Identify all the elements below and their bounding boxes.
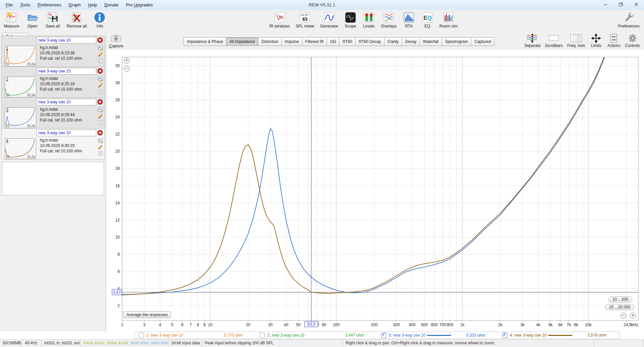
menu-preferences[interactable]: Preferences: [34, 0, 65, 10]
measurement-2-delete-button[interactable]: [97, 68, 103, 74]
measurement-4-actions: [98, 138, 103, 156]
svg-text:8k: 8k: [574, 323, 579, 327]
graph-tool-scrollbars-button[interactable]: Scrollbars: [545, 33, 563, 48]
notes-icon[interactable]: [98, 120, 103, 125]
main-toolbar: MeasureOpenSave allRemove allInfo IR win…: [0, 10, 644, 32]
legend-checkbox-1[interactable]: [139, 333, 144, 338]
axis-zoom-in-button[interactable]: +: [630, 313, 636, 318]
tool-info-button[interactable]: Info: [92, 11, 108, 29]
impedance-plot[interactable]: 2468101214161820222426283023456789102030…: [106, 50, 644, 331]
plot-zoom-in-button[interactable]: +: [124, 58, 129, 63]
legend-checkbox-2[interactable]: [260, 333, 265, 338]
edit-graph-icon[interactable]: [98, 76, 103, 82]
tab-rt60[interactable]: RT60: [339, 37, 356, 46]
menu-help[interactable]: Help: [85, 0, 101, 10]
tool-generator-button[interactable]: Generator: [319, 11, 340, 29]
tab-spectrogram[interactable]: Spectrogram: [442, 37, 472, 46]
measurement-1-thumbnail[interactable]: 12020,0k: [5, 46, 36, 66]
trace-options-icon[interactable]: [98, 144, 103, 150]
tool-remove-all-button[interactable]: Remove all: [65, 11, 88, 29]
menu-donate[interactable]: Donate: [101, 0, 122, 10]
measurement-1-name-input[interactable]: [37, 37, 96, 44]
measurement-3-name-input[interactable]: [37, 99, 96, 105]
edit-graph-icon[interactable]: [98, 45, 103, 51]
measurement-4-delete-button[interactable]: [97, 130, 103, 136]
tab-captured[interactable]: Captured: [471, 37, 494, 46]
measurement-2-thumbnail[interactable]: 22020,0k: [5, 77, 36, 97]
capture-button[interactable]: Capture: [109, 34, 123, 48]
tab-distortion[interactable]: Distortion: [258, 37, 282, 46]
tab-decay[interactable]: Decay: [402, 37, 420, 46]
menu-pro-upgrades[interactable]: Pro Upgrades: [122, 0, 156, 10]
tool-overlays-button[interactable]: Overlays: [379, 11, 398, 29]
full-range-preset-button[interactable]: 20 .. 20 000: [605, 304, 634, 310]
tab-all-impedance[interactable]: All Impedance: [226, 37, 258, 46]
measurement-3-delete-button[interactable]: [97, 99, 103, 105]
legend-item-2[interactable]: 2: new 3-way сен 103,447 ohm: [256, 332, 377, 339]
graph-tool-freq-axis-button[interactable]: Freq. Axis: [567, 33, 585, 48]
graph-tool-controls-button[interactable]: Controls: [625, 33, 640, 48]
edit-graph-icon[interactable]: [98, 138, 103, 143]
tool-eq-button[interactable]: EQEQ: [419, 11, 435, 29]
notes-icon[interactable]: [98, 151, 103, 156]
tool-scope-button[interactable]: Scope: [342, 11, 359, 29]
tool-measure-button[interactable]: Measure: [2, 11, 21, 29]
measurement-2-name-input[interactable]: [37, 68, 96, 75]
legend-item-1[interactable]: 1: new 3-way сен 105,775 ohm: [135, 332, 256, 339]
notes-icon[interactable]: [98, 58, 103, 63]
measurement-3[interactable]: 32020,0khg,h.mdat10.09.2025 8:29:44Full …: [1, 97, 105, 129]
graph-tool-separate-button[interactable]: Separate: [524, 33, 541, 48]
measurement-1-delete-button[interactable]: [97, 37, 103, 43]
svg-text:7: 7: [190, 323, 192, 327]
legend-checkbox-4[interactable]: [502, 333, 507, 338]
tool-levels-button[interactable]: 0369Levels: [361, 11, 377, 29]
measurement-4-thumbnail[interactable]: 42020,0k: [5, 138, 36, 159]
tab-impedance-phase[interactable]: Impedance & Phase: [183, 37, 226, 46]
legend-item-3[interactable]: 3: new 3-way сен 105,333 ohm: [377, 332, 498, 339]
trace-options-icon[interactable]: [98, 83, 103, 88]
plot-zoom-out-button[interactable]: −: [124, 66, 129, 71]
trace-options-icon[interactable]: [98, 113, 103, 119]
minimize-icon: [603, 2, 608, 8]
tab-gd[interactable]: GD: [327, 37, 339, 46]
tool-open-button[interactable]: Open: [24, 11, 41, 29]
graph-tool-actions-button[interactable]: Actions: [607, 33, 621, 48]
average-responses-button[interactable]: Average the responses: [123, 311, 171, 318]
tab-rt60-decay[interactable]: RT60 Decay: [355, 37, 384, 46]
notes-icon[interactable]: [98, 89, 103, 94]
window-maximize-button[interactable]: [613, 0, 629, 10]
spl-meter-icon: dB SPL83: [299, 11, 311, 24]
window-minimize-button[interactable]: [598, 0, 613, 10]
tab-waterfall[interactable]: Waterfall: [420, 37, 442, 46]
legend-checkbox-3[interactable]: [381, 333, 386, 338]
tool-ir-windows-button[interactable]: IR windows: [268, 11, 291, 29]
generator-icon: [323, 11, 336, 24]
svg-text:24: 24: [115, 115, 120, 119]
axis-zoom-out-button[interactable]: −: [621, 313, 626, 318]
menu-graph[interactable]: Graph: [65, 0, 84, 10]
svg-text:9: 9: [368, 20, 369, 22]
edit-graph-icon[interactable]: [98, 107, 103, 112]
trace-options-icon[interactable]: [98, 52, 103, 57]
window-close-button[interactable]: [629, 0, 644, 10]
tool-save-all-button[interactable]: Save all: [44, 11, 62, 29]
freq-range-preset-button[interactable]: 10 .. 200: [608, 296, 632, 302]
svg-text:10: 10: [115, 235, 120, 240]
tab-filtered-ir[interactable]: Filtered IR: [302, 37, 327, 46]
measurement-4-name-input[interactable]: [37, 130, 96, 136]
tool-preferences-button[interactable]: Preferences: [616, 11, 641, 29]
tool-room-sim-button[interactable]: Room sim: [438, 11, 459, 29]
menu-tools[interactable]: Tools: [16, 0, 34, 10]
tab-clarity[interactable]: Clarity: [384, 37, 402, 46]
graph-tool-limits-button[interactable]: Limits: [589, 33, 603, 48]
measurement-4[interactable]: 42020,0khg,h.mdat10.09.2025 8:30:20Full …: [1, 128, 105, 159]
tool-rta-button[interactable]: RTA: [401, 11, 417, 29]
tool-spl-meter-button[interactable]: dB SPL83SPL meter: [294, 11, 316, 29]
measurement-2[interactable]: 22020,0khg,h.mdat10.09.2025 8:25:16Full …: [1, 66, 105, 98]
menu-file[interactable]: File: [2, 0, 16, 10]
tab-impulse[interactable]: Impulse: [281, 37, 302, 46]
measurement-3-thumbnail[interactable]: 32020,0k: [5, 107, 36, 128]
measurement-1[interactable]: 12020,0khg,h.mdat10.09.2025 8:23:36Full …: [1, 36, 105, 67]
thumb-range-start: 20: [6, 155, 9, 159]
legend-item-4[interactable]: 4: new 3-way сен 103,576 ohm: [498, 332, 619, 339]
